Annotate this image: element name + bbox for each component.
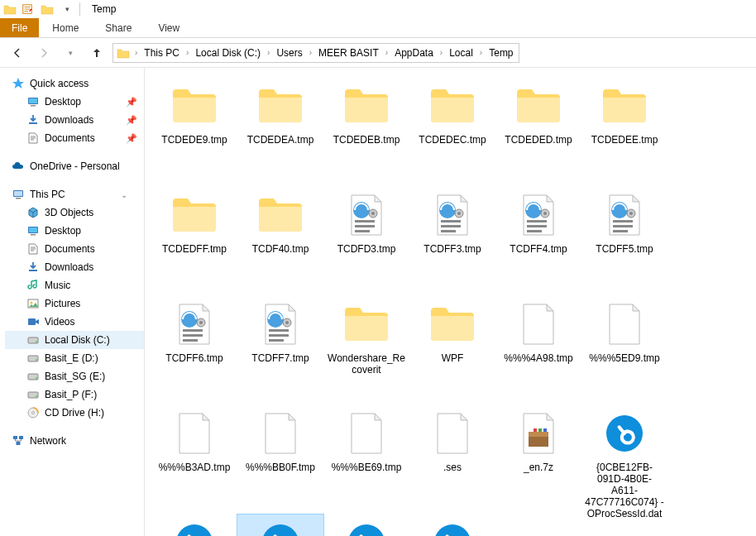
file-item[interactable]: %%%B3AD.tmp xyxy=(151,405,237,514)
nav-up-button[interactable] xyxy=(86,42,108,64)
file-item[interactable]: {1A49410A-0968-4CDF-9821-53C537D1469C} -… xyxy=(409,514,495,536)
file-item[interactable]: TCDEDEE.tmp xyxy=(581,78,667,187)
file-item[interactable]: WPF xyxy=(409,296,495,405)
file-item[interactable]: TCDEDFF.tmp xyxy=(151,187,237,296)
blank-icon xyxy=(429,410,476,457)
breadcrumb-users[interactable]: Users xyxy=(275,47,304,59)
file-item[interactable]: TCDFF6.tmp xyxy=(151,296,237,405)
address-bar[interactable]: › This PC› Local Disk (C:)› Users› MEER … xyxy=(112,43,519,63)
sidebar-quick-item[interactable]: Documents 📌 xyxy=(5,129,144,147)
file-item[interactable]: TCDFF3.tmp xyxy=(409,187,495,296)
nav-back-button[interactable] xyxy=(7,42,28,64)
archive-icon xyxy=(515,410,562,457)
file-item-label: TCDEDEE.tmp xyxy=(591,134,658,146)
file-item[interactable]: {1A25893E-9FF8-46FC-8025-DB78C3BA6295} -… xyxy=(323,514,409,536)
file-item[interactable]: TCDFD3.tmp xyxy=(323,187,409,296)
chevron-down-icon[interactable]: ⌄ xyxy=(121,190,127,199)
folder-icon xyxy=(515,83,562,129)
file-item[interactable]: TCDEDED.tmp xyxy=(495,78,581,187)
address-folder-icon xyxy=(117,46,130,60)
file-item[interactable]: %%%BB0F.tmp xyxy=(237,405,323,514)
pc-icon xyxy=(12,188,25,201)
file-item[interactable]: {0DDFC5A6-78FC-4C41-93A8-E2DA48E6E91D} -… xyxy=(151,514,237,536)
sidebar-thispc-item[interactable]: CD Drive (H:) xyxy=(5,404,144,422)
breadcrumb-localdisk[interactable]: Local Disk (C:) xyxy=(194,47,262,59)
breadcrumb-local[interactable]: Local xyxy=(447,47,475,59)
sidebar-network[interactable]: Network xyxy=(5,432,144,450)
chevron-icon[interactable]: › xyxy=(132,48,141,57)
file-item-label: TCDEDEA.tmp xyxy=(247,134,314,146)
sidebar-item-label: Documents xyxy=(45,243,95,255)
svg-rect-18 xyxy=(29,122,37,124)
chevron-icon[interactable]: › xyxy=(437,48,446,57)
file-item[interactable]: TCDEDEC.tmp xyxy=(409,78,495,187)
file-item[interactable]: {0CBE12FB-091D-4B0E-A611-47C77716C074} -… xyxy=(581,405,667,514)
ribbon-tab-file[interactable]: File xyxy=(0,18,39,37)
qat-newfolder-button[interactable] xyxy=(38,1,56,17)
chevron-icon[interactable]: › xyxy=(382,48,391,57)
file-item[interactable]: Wondershare_Recoverit xyxy=(323,296,409,405)
file-item[interactable]: TCDEDE9.tmp xyxy=(151,78,237,187)
documents-icon xyxy=(26,242,40,256)
file-item[interactable]: %%%5ED9.tmp xyxy=(581,296,667,405)
sidebar-thispc-item[interactable]: Pictures xyxy=(5,294,144,313)
svg-rect-39 xyxy=(13,436,17,439)
file-item[interactable]: .ses xyxy=(409,405,495,514)
chevron-icon[interactable]: › xyxy=(476,48,486,57)
blank-icon xyxy=(601,301,648,347)
file-item[interactable]: TCDEDEA.tmp xyxy=(237,78,323,187)
folder-icon xyxy=(429,83,476,129)
ribbon-tab-view[interactable]: View xyxy=(145,18,193,37)
folder-icon xyxy=(343,301,390,347)
folder-icon xyxy=(257,192,304,238)
sidebar-onedrive[interactable]: OneDrive - Personal xyxy=(5,157,144,175)
file-item[interactable]: %%%4A98.tmp xyxy=(495,296,581,405)
items-view[interactable]: TCDEDE9.tmp TCDEDEA.tmp TCDEDEB.tmp TCDE… xyxy=(145,68,756,536)
sidebar-thispc-item[interactable]: Videos xyxy=(5,313,144,331)
sidebar-thispc-item[interactable]: Desktop xyxy=(5,222,144,240)
file-item[interactable]: %%%BE69.tmp xyxy=(323,405,409,514)
sidebar-thispc-item[interactable]: 3D Objects xyxy=(5,203,144,222)
file-item-label: %%%5ED9.tmp xyxy=(589,352,659,364)
sidebar-this-pc[interactable]: This PC ⌄ xyxy=(5,185,144,203)
svg-point-34 xyxy=(36,377,37,379)
file-item[interactable]: TCDF40.tmp xyxy=(237,187,323,296)
breadcrumb-appdata[interactable]: AppData xyxy=(393,47,435,59)
sidebar-quick-item[interactable]: Downloads 📌 xyxy=(5,111,144,129)
sidebar-item-label: Videos xyxy=(45,316,74,328)
sidebar-thispc-item[interactable]: Local Disk (C:) xyxy=(5,331,144,349)
qat-separator xyxy=(79,2,80,16)
cd-icon xyxy=(26,406,40,419)
breadcrumb-this-pc[interactable]: This PC xyxy=(142,47,181,59)
breadcrumb-temp[interactable]: Temp xyxy=(487,47,514,59)
titlebar: ▾ Temp xyxy=(0,0,756,18)
ribbon-tab-share[interactable]: Share xyxy=(92,18,145,37)
sidebar-thispc-item[interactable]: Basit_SG (E:) xyxy=(5,367,144,385)
folder-icon xyxy=(171,192,218,238)
file-item[interactable]: _en.7z xyxy=(495,405,581,514)
sidebar-thispc-item[interactable]: Basit_P (F:) xyxy=(5,385,144,404)
sysfile-icon xyxy=(429,192,476,238)
qat-customize-button[interactable]: ▾ xyxy=(58,1,76,17)
chevron-icon[interactable]: › xyxy=(183,48,192,57)
file-item[interactable]: TCDFF4.tmp xyxy=(495,187,581,296)
sidebar-quick-access[interactable]: Quick access xyxy=(5,74,144,93)
ribbon-tab-home[interactable]: Home xyxy=(39,18,92,37)
breadcrumb-user[interactable]: MEER BASIT xyxy=(317,47,380,59)
sidebar-thispc-item[interactable]: Music xyxy=(5,276,144,294)
videos-icon xyxy=(26,315,40,328)
nav-recent-button[interactable]: ▾ xyxy=(60,42,81,64)
sidebar-thispc-item[interactable]: Basit_E (D:) xyxy=(5,349,144,367)
blank-icon xyxy=(515,301,562,347)
file-item[interactable]: TCDFF7.tmp xyxy=(237,296,323,405)
file-item[interactable]: TCDEDEB.tmp xyxy=(323,78,409,187)
file-item[interactable]: TCDFF5.tmp xyxy=(581,187,667,296)
sidebar-thispc-item[interactable]: Documents xyxy=(5,240,144,258)
chevron-icon[interactable]: › xyxy=(306,48,315,57)
sidebar-thispc-item[interactable]: Downloads xyxy=(5,258,144,276)
chevron-icon[interactable]: › xyxy=(264,48,273,57)
file-item[interactable]: {01FD496D-5343-476C-80DC-0887D11D564C} -… xyxy=(237,514,323,536)
qat-properties-button[interactable] xyxy=(18,1,36,17)
sidebar-quick-item[interactable]: Desktop 📌 xyxy=(5,93,144,111)
nav-forward-button[interactable] xyxy=(33,42,55,64)
